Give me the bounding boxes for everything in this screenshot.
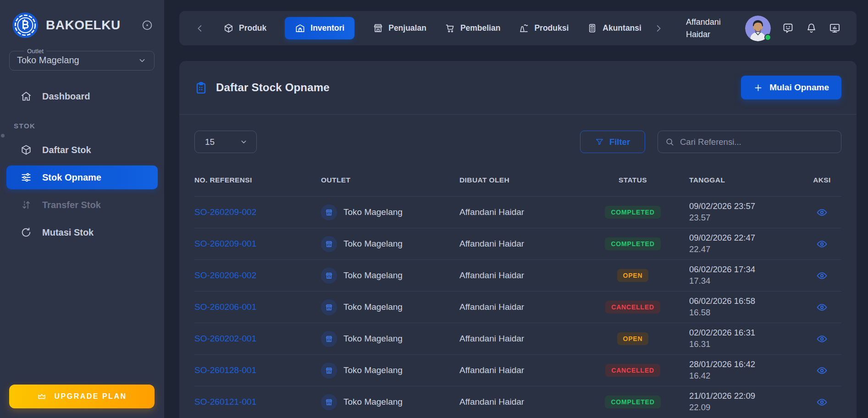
row-created-by: Affandani Haidar: [459, 365, 587, 375]
row-ref-link[interactable]: SO-260209-002: [194, 207, 256, 217]
status-badge: COMPLETED: [605, 237, 660, 250]
row-created-by: Affandani Haidar: [459, 397, 587, 407]
cube-icon: [223, 23, 234, 33]
view-action-button[interactable]: [816, 333, 828, 345]
row-ref-link[interactable]: SO-260206-001: [194, 302, 256, 312]
card-header: Daftar Stock Opname Mulai Opname: [179, 61, 857, 115]
tab-pembelian[interactable]: Pembelian: [445, 23, 501, 33]
tab-akuntansi[interactable]: Akuntansi: [587, 23, 641, 33]
topbar: ProdukInventoriPenjualanPembelianProduks…: [179, 11, 857, 45]
filter-label: Filter: [609, 137, 630, 147]
mulai-opname-label: Mulai Opname: [769, 82, 829, 93]
stock-opname-card: Daftar Stock Opname Mulai Opname 15: [179, 61, 857, 418]
page-size-value: 15: [205, 137, 215, 147]
tab-produk[interactable]: Produk: [223, 23, 266, 33]
sidebar-item-label: Stok Opname: [42, 172, 101, 183]
sidebar-item-label: Daftar Stok: [42, 145, 91, 155]
online-status-dot: [764, 34, 771, 41]
sidebar-item-transfer-stok[interactable]: Transfer Stok: [6, 193, 158, 217]
row-ref-link[interactable]: SO-260202-001: [194, 334, 256, 343]
column-header: TANGGAL: [679, 176, 802, 184]
view-action-button[interactable]: [816, 238, 828, 250]
status-badge: COMPLETED: [605, 206, 660, 219]
display-icon[interactable]: [829, 22, 841, 34]
row-ref-link[interactable]: SO-260128-001: [194, 365, 256, 375]
row-date: 06/02/2026 16:58: [689, 296, 802, 307]
refresh-icon: [20, 226, 32, 238]
status-badge: OPEN: [617, 269, 649, 282]
view-action-button[interactable]: [816, 207, 828, 218]
row-ref-link[interactable]: SO-260206-002: [194, 270, 256, 280]
row-date: 06/02/2026 17:34: [689, 264, 802, 275]
tab-inventori[interactable]: Inventori: [285, 17, 354, 39]
sidebar-item-mutasi-stok[interactable]: Mutasi Stok: [6, 220, 158, 244]
chat-feedback-icon[interactable]: [782, 22, 794, 34]
tab-label: Produksi: [534, 23, 569, 33]
row-outlet: Toko Magelang: [343, 270, 403, 280]
row-created-by: Affandani Haidar: [459, 207, 587, 217]
row-ref-link[interactable]: SO-260209-001: [194, 239, 256, 248]
table-controls: 15 Filter: [194, 131, 841, 153]
view-action-button[interactable]: [816, 270, 828, 281]
row-outlet: Toko Magelang: [343, 239, 403, 249]
table-row: SO-260206-001Toko MagelangAffandani Haid…: [194, 291, 841, 323]
user-name: Affandani Haidar: [686, 16, 734, 40]
table-row: SO-260209-001Toko MagelangAffandani Haid…: [194, 228, 841, 259]
logo-row: BAKOELKU: [0, 0, 164, 38]
upgrade-plan-label: UPGRADE PLAN: [54, 392, 127, 401]
upgrade-plan-button[interactable]: UPGRADE PLAN: [9, 385, 155, 408]
filter-button[interactable]: Filter: [580, 131, 645, 153]
sidebar-item-dashboard[interactable]: Dashboard: [6, 84, 158, 108]
tab-penjualan[interactable]: Penjualan: [373, 23, 426, 33]
module-tabs: ProdukInventoriPenjualanPembelianProduks…: [223, 17, 641, 39]
funnel-icon: [595, 138, 604, 146]
row-ref-link[interactable]: SO-260121-001: [194, 397, 256, 407]
search-icon: [665, 137, 674, 147]
nav-scroll-right-icon[interactable]: [653, 23, 663, 33]
sidebar-collapse-toggle-icon[interactable]: [141, 19, 153, 31]
view-action-button[interactable]: [816, 365, 828, 376]
sidebar-section-label: STOK: [0, 122, 164, 130]
storefront-icon: [373, 23, 383, 33]
sidebar-item-stok-opname[interactable]: Stok Opname: [6, 165, 158, 189]
sidebar-item-daftar-stok[interactable]: Daftar Stok: [6, 138, 158, 162]
store-icon: [321, 331, 337, 347]
mulai-opname-button[interactable]: Mulai Opname: [741, 76, 841, 99]
search-input[interactable]: [658, 131, 841, 153]
calculator-icon: [587, 23, 597, 33]
transfer-icon: [20, 199, 32, 211]
row-date: 09/02/2026 23:57: [689, 201, 802, 212]
sidebar-item-label: Dashboard: [42, 91, 90, 102]
bell-icon[interactable]: [805, 22, 818, 34]
chevron-down-icon: [239, 138, 248, 146]
view-action-button[interactable]: [816, 396, 828, 408]
row-date: 02/02/2026 16:31: [689, 327, 802, 339]
plus-icon: [753, 83, 763, 93]
sidebar-item-label: Transfer Stok: [42, 200, 101, 210]
table-row: SO-260209-002Toko MagelangAffandani Haid…: [194, 196, 841, 228]
outlet-selector[interactable]: Outlet Toko Magelang: [9, 48, 155, 71]
status-badge: CANCELLED: [605, 364, 660, 377]
page-size-select[interactable]: 15: [194, 131, 257, 153]
eye-icon: [816, 238, 828, 250]
eye-icon: [816, 365, 828, 376]
row-time: 17.34: [689, 275, 802, 287]
store-icon: [321, 268, 337, 284]
row-time: 16.42: [689, 370, 802, 382]
tab-produksi[interactable]: Produksi: [519, 23, 569, 33]
avatar[interactable]: [745, 16, 771, 41]
row-created-by: Affandani Haidar: [459, 334, 587, 344]
clipboard-icon: [194, 81, 208, 94]
outlet-selector-label: Outlet: [24, 48, 46, 55]
sidebar: BAKOELKU Outlet Toko Magelang Dashboard …: [0, 0, 164, 418]
row-time: 16.31: [689, 339, 802, 350]
row-outlet: Toko Magelang: [343, 397, 403, 407]
sidebar-item-label: Mutasi Stok: [42, 227, 94, 238]
table-row: SO-260128-001Toko MagelangAffandani Haid…: [194, 354, 841, 386]
chevron-down-icon: [138, 56, 147, 65]
column-header: STATUS: [587, 176, 679, 184]
app-root: BAKOELKU Outlet Toko Magelang Dashboard …: [0, 0, 868, 418]
status-badge: CANCELLED: [605, 301, 660, 314]
view-action-button[interactable]: [816, 302, 828, 313]
nav-scroll-left-icon[interactable]: [195, 23, 205, 33]
